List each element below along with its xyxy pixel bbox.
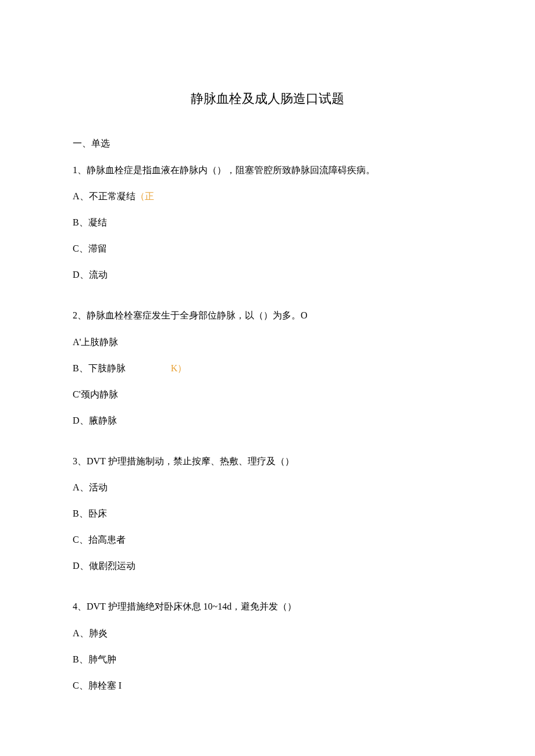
option: B、卧床: [73, 508, 462, 520]
answer-mark: （正: [135, 191, 154, 201]
page-title: 静脉血栓及成人肠造口试题: [73, 90, 462, 108]
option: C、抬高患者: [73, 534, 462, 546]
option: D、腋静脉: [73, 415, 462, 427]
question-stem: 3、DVT 护理措施制动，禁止按摩、热敷、理疗及（）: [73, 455, 462, 468]
question-stem: 2、静脉血栓栓塞症发生于全身部位静脉，以（）为多。O: [73, 309, 462, 322]
option: C、滞留: [73, 243, 462, 255]
option: D、流动: [73, 269, 462, 281]
option: C'颈内静脉: [73, 389, 462, 401]
option: D、做剧烈运动: [73, 560, 462, 572]
option: C、肺栓塞 I: [73, 680, 462, 692]
option-label: B、下肢静脉: [73, 363, 126, 373]
question-stem: 1、静脉血栓症是指血液在静脉内（），阻塞管腔所致静脉回流障碍疾病。: [73, 164, 462, 177]
option: B、凝结: [73, 217, 462, 229]
option: A'上肢静脉: [73, 336, 462, 349]
option: B、下肢静脉K）: [73, 363, 462, 375]
option: A、活动: [73, 482, 462, 494]
section-heading: 一、单选: [73, 138, 462, 150]
option: B、肺气肿: [73, 654, 462, 666]
question-stem: 4、DVT 护理措施绝对卧床休息 10~14d，避免并发（）: [73, 600, 462, 613]
option: A、肺炎: [73, 628, 462, 640]
option-label: A、不正常凝结: [73, 191, 135, 201]
answer-mark: K）: [171, 363, 187, 373]
option: A、不正常凝结（正: [73, 191, 462, 203]
